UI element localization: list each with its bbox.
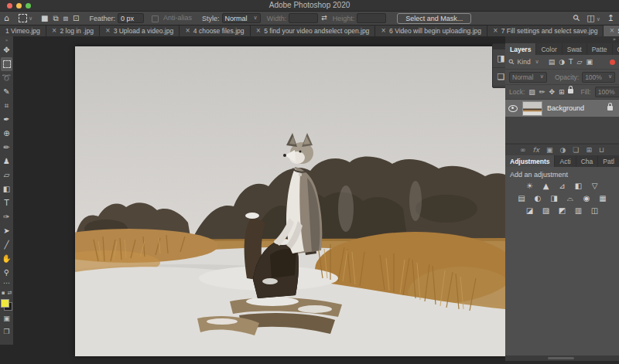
pixel-layer-filter-icon[interactable]: ▤ (549, 59, 556, 66)
gradient-map-adjustment-icon[interactable]: ▥ (573, 207, 583, 215)
style-select[interactable]: Normal∨ (222, 13, 261, 23)
opacity-input[interactable]: 100%∨ (582, 72, 615, 83)
select-and-mask-button[interactable]: Select and Mask... (397, 13, 471, 24)
foreground-color-swatch[interactable] (1, 299, 9, 308)
exposure-adjustment-icon[interactable]: ◧ (573, 182, 583, 190)
current-tool-icon[interactable]: ∨ (19, 14, 32, 22)
color-lookup-adjustment-icon[interactable]: ▦ (598, 195, 608, 202)
new-adjustment-layer-icon[interactable]: ◑ (560, 147, 566, 154)
eyedropper-tool[interactable]: ✒ (1, 113, 12, 127)
workspace-switcher[interactable]: ◫∨ (587, 14, 600, 22)
document-tab[interactable]: × 4 choose files.jpg (180, 26, 250, 36)
panel-tab-adjustments[interactable]: Adjustments (505, 155, 555, 167)
panel-tab-patl[interactable]: Patl (598, 155, 619, 167)
path-selection-tool[interactable]: ➤ (1, 224, 12, 238)
type-layer-filter-icon[interactable]: T (569, 59, 573, 66)
type-tool[interactable]: T (1, 196, 12, 210)
selective-color-adjustment-icon[interactable]: ◫ (590, 207, 600, 215)
document-tab[interactable]: × Snow Dog Image.jpg @ 50% (RGB/8) (604, 26, 619, 36)
tab-close-icon[interactable]: × (381, 28, 386, 34)
edit-toolbar-icon[interactable]: ⋯ (3, 280, 10, 289)
document-tab[interactable]: × 3 Upload a video.jpg (100, 26, 180, 36)
layer-visibility-icon[interactable] (508, 105, 518, 112)
layer-search-icon[interactable]: ⚲ (508, 57, 516, 66)
lock-artboard-icon[interactable]: ⊞ (559, 89, 565, 96)
width-input[interactable] (289, 13, 318, 23)
anti-alias-checkbox[interactable]: Anti-alias (152, 14, 194, 22)
delete-layer-icon[interactable]: ⊔ (599, 147, 604, 154)
tab-close-icon[interactable]: × (52, 28, 57, 34)
layer-mask-icon[interactable]: ▣ (546, 147, 553, 154)
panel-tab-gradi[interactable]: Gradi (613, 43, 619, 55)
panel-tab-color[interactable]: Color (536, 43, 562, 55)
healing-brush-tool[interactable]: ⊕ (1, 127, 12, 141)
color-balance-adjustment-icon[interactable]: ◐ (533, 195, 543, 202)
lock-paint-icon[interactable]: ✏ (539, 89, 545, 96)
home-icon[interactable]: ⌂ (4, 14, 9, 22)
tab-close-icon[interactable]: × (493, 28, 498, 34)
document-tab[interactable]: × 5 find your video andselect open.jpg (251, 26, 376, 36)
dock-collapse-icon[interactable]: » (505, 36, 619, 43)
swap-colors-icon[interactable]: ⇄ (7, 291, 12, 296)
blend-mode-select[interactable]: Normal∨ (509, 72, 547, 83)
fill-input[interactable]: 100%∨ (595, 87, 619, 97)
quick-mask-button[interactable]: ▣ (1, 313, 12, 324)
tab-close-icon[interactable]: × (105, 28, 111, 34)
pen-tool[interactable]: ✑ (1, 210, 12, 224)
hand-tool[interactable]: ✋ (1, 252, 12, 266)
toolbar-flyout-icon[interactable]: » (5, 36, 9, 43)
curves-adjustment-icon[interactable]: ⊿ (557, 182, 567, 190)
lock-position-icon[interactable]: ✥ (549, 89, 555, 96)
threshold-adjustment-icon[interactable]: ◩ (557, 207, 567, 215)
height-input[interactable] (357, 13, 386, 23)
black-white-adjustment-icon[interactable]: ◨ (549, 195, 559, 202)
share-icon[interactable]: ↥ (607, 14, 614, 22)
smart-object-filter-icon[interactable]: ▣ (587, 59, 593, 66)
add-to-selection-icon[interactable]: ⧉ (53, 14, 59, 22)
crop-tool[interactable]: ⌗ (1, 99, 12, 113)
link-layers-icon[interactable]: ∞ (520, 147, 526, 154)
subtract-from-selection-icon[interactable]: ⧈ (63, 14, 68, 22)
swap-dimensions-icon[interactable]: ⇄ (321, 15, 327, 22)
document-tab[interactable]: × 6 Video will begin uploading.jpg (375, 26, 487, 36)
vibrance-adjustment-icon[interactable]: ▽ (590, 182, 600, 190)
shape-layer-filter-icon[interactable]: ▱ (577, 59, 583, 66)
layer-row-background[interactable]: Background (505, 100, 619, 117)
lock-transparency-icon[interactable]: ▨ (528, 89, 535, 96)
lasso-tool[interactable]: ➰ (1, 71, 12, 85)
tab-close-icon[interactable]: × (609, 28, 614, 34)
layer-thumbnail[interactable] (522, 101, 542, 116)
feather-input[interactable]: 0 px (118, 13, 144, 23)
hue-saturation-adjustment-icon[interactable]: ▤ (517, 195, 527, 202)
move-tool[interactable]: ✥ (1, 43, 12, 57)
tab-close-icon[interactable]: × (256, 28, 262, 34)
new-selection-icon[interactable]: ■ (41, 14, 48, 22)
brush-tool[interactable]: ✏ (1, 141, 12, 155)
new-layer-icon[interactable]: ⊞ (586, 147, 592, 154)
default-colors-icon[interactable]: ▪ (2, 291, 5, 296)
channel-mixer-adjustment-icon[interactable]: ◉ (582, 195, 592, 202)
levels-adjustment-icon[interactable]: ▲ (541, 182, 551, 190)
adjustment-layer-filter-icon[interactable]: ◑ (559, 59, 565, 66)
layer-style-icon[interactable]: fx (532, 147, 539, 154)
screen-mode-button[interactable]: ❐ (1, 326, 12, 337)
layer-filter-toggle[interactable] (610, 60, 615, 65)
panel-tab-patte[interactable]: Patte (587, 43, 613, 55)
panel-tab-acti[interactable]: Acti (555, 155, 576, 167)
canvas-pasteboard[interactable]: « ◨❏ (13, 36, 505, 364)
document-tab[interactable]: × 7 Fill settings and select save.jpg (487, 26, 604, 36)
quick-selection-tool[interactable]: ✎ (1, 85, 12, 99)
brightness-contrast-adjustment-icon[interactable]: ☀ (525, 182, 535, 190)
zoom-tool[interactable]: ⚲ (1, 266, 12, 280)
gradient-tool[interactable]: ◧ (1, 182, 12, 196)
panel-tab-cha[interactable]: Cha (576, 155, 599, 167)
layer-filter-kind[interactable]: Kind (518, 58, 531, 66)
search-icon[interactable]: ⚲ (571, 13, 581, 23)
intersect-selection-icon[interactable]: ⊡ (73, 14, 79, 22)
panel-tab-layers[interactable]: Layers (505, 43, 536, 55)
posterize-adjustment-icon[interactable]: ▨ (541, 207, 551, 215)
document-tab[interactable]: × 2 log in .jpg (46, 26, 100, 36)
line-tool[interactable]: ╱ (1, 238, 12, 252)
photo-filter-adjustment-icon[interactable]: ⌓ (566, 195, 576, 202)
clone-stamp-tool[interactable]: ♟ (1, 155, 12, 168)
